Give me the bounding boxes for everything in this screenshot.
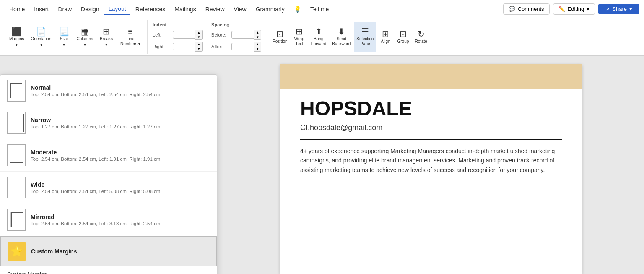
indent-right-spinners: ▲ ▼ (195, 42, 203, 52)
spacing-before-down[interactable]: ▼ (254, 35, 261, 39)
margin-item-moderate[interactable]: Moderate Top: 2.54 cm, Bottom: 2.54 cm, … (0, 139, 217, 172)
moderate-margin-text: Moderate Top: 2.54 cm, Bottom: 2.54 cm, … (31, 149, 210, 162)
menu-references[interactable]: References (131, 4, 170, 14)
indent-left-up[interactable]: ▲ (195, 30, 202, 35)
menu-mailings[interactable]: Mailings (170, 4, 200, 14)
spacing-after-up[interactable]: ▲ (254, 42, 261, 47)
menu-bar: Home Insert Draw Design Layout Reference… (0, 0, 644, 18)
normal-margin-name: Normal (31, 84, 210, 91)
indent-left-down[interactable]: ▼ (195, 35, 202, 39)
narrow-margin-desc: Top: 1.27 cm, Bottom: 1.27 cm, Left: 1.2… (31, 124, 210, 129)
custom-margins-name: Custom Margins (31, 248, 210, 255)
selection-pane-button[interactable]: ☰ Selection Pane (354, 22, 376, 52)
comments-icon: 💬 (509, 6, 515, 12)
margin-item-custom[interactable]: ⭐ Custom Margins (0, 236, 217, 266)
rotate-icon: ↻ (418, 30, 425, 38)
margin-item-normal[interactable]: Normal Top: 2.54 cm, Bottom: 2.54 cm, Le… (0, 75, 217, 107)
breaks-button[interactable]: ⊞ Breaks ▾ (97, 22, 115, 52)
page-ci-label: CI (300, 123, 308, 132)
position-button[interactable]: ⊡ Position (270, 22, 290, 52)
line-numbers-icon: ≡ (128, 27, 133, 36)
rotate-button[interactable]: ↻ Rotate (412, 22, 429, 52)
spacing-after-down[interactable]: ▼ (254, 47, 261, 51)
breaks-icon: ⊞ (103, 27, 110, 36)
spacing-before-field[interactable]: 0 pt (231, 31, 254, 39)
toolbar-arrange-group: ⊡ Position ⊞ Wrap Text ⬆ Bring Forward ⬇… (267, 20, 433, 54)
indent-right-field[interactable]: 0 cm (173, 43, 195, 50)
narrow-margin-text: Narrow Top: 1.27 cm, Bottom: 1.27 cm, Le… (31, 117, 210, 129)
orientation-button[interactable]: 📄 Orientation ▾ (29, 22, 54, 52)
menu-grammarly[interactable]: Grammarly (252, 4, 289, 14)
indent-right-row: Right: 0 cm ▲ ▼ (153, 42, 203, 52)
mirrored-margin-text: Mirrored Top: 2.54 cm, Bottom: 2.54 cm, … (31, 214, 210, 226)
indent-right-down[interactable]: ▼ (195, 47, 202, 51)
menu-home[interactable]: Home (5, 4, 29, 14)
size-button[interactable]: 📃 Size ▾ (56, 22, 73, 52)
page-email: CI.hopsdale@gmail.com (300, 123, 562, 132)
margin-item-narrow[interactable]: Narrow Top: 1.27 cm, Bottom: 1.27 cm, Le… (0, 107, 217, 139)
chevron-down-icon: ▾ (587, 6, 589, 12)
margin-item-mirrored[interactable]: Mirrored Top: 2.54 cm, Bottom: 2.54 cm, … (0, 204, 217, 236)
size-icon: 📃 (59, 27, 69, 36)
menu-tellme[interactable]: Tell me (306, 4, 333, 14)
indent-left-field[interactable]: 0 cm (173, 31, 195, 39)
send-backward-icon: ⬇ (338, 27, 345, 36)
share-icon: ↗ (605, 6, 610, 12)
toolbar-page-setup: ⬛ Margins ▾ 📄 Orientation ▾ 📃 Size ▾ ▦ C… (3, 20, 148, 54)
menu-insert[interactable]: Insert (30, 4, 53, 14)
custom-margins-text: Custom Margins (31, 248, 210, 255)
share-button[interactable]: ↗ Share ▾ (598, 4, 639, 14)
spacing-before-up[interactable]: ▲ (254, 30, 261, 35)
indent-right-up[interactable]: ▲ (195, 42, 202, 47)
comments-button[interactable]: 💬 Comments (503, 3, 550, 15)
page-email-suffix: .hopsdale@gmail.com (308, 123, 382, 132)
page-body: 4+ years of experience supporting Market… (300, 146, 562, 175)
columns-icon: ▦ (81, 27, 89, 36)
document-page[interactable]: HOPSDALE CI.hopsdale@gmail.com 4+ years … (280, 64, 582, 274)
align-icon: ⊞ (382, 30, 389, 38)
menu-draw[interactable]: Draw (54, 4, 76, 14)
size-chevron-icon: ▾ (63, 42, 65, 47)
group-button[interactable]: ⊡ Group (395, 22, 411, 52)
margins-button[interactable]: ⬛ Margins ▾ (7, 22, 27, 52)
pencil-icon: ✏️ (558, 6, 565, 12)
indent-spacing-group: Indent Left: 0 cm ▲ ▼ Right: 0 cm ▲ (149, 20, 206, 54)
spacing-before-input[interactable]: 0 pt ▲ ▼ (231, 30, 261, 40)
menu-design[interactable]: Design (77, 4, 104, 14)
margins-dropdown: Normal Top: 2.54 cm, Bottom: 2.54 cm, Le… (0, 74, 217, 274)
wrap-text-icon: ⊞ (296, 27, 303, 36)
bring-forward-button[interactable]: ⬆ Bring Forward (309, 22, 329, 52)
normal-margin-text: Normal Top: 2.54 cm, Bottom: 2.54 cm, Le… (31, 84, 210, 97)
line-numbers-button[interactable]: ≡ Line Numbers ▾ (117, 22, 144, 52)
selection-pane-icon: ☰ (361, 27, 369, 36)
moderate-margin-name: Moderate (31, 149, 210, 156)
wide-margin-desc: Top: 2.54 cm, Bottom: 2.54 cm, Left: 5.0… (31, 189, 210, 194)
indent-right-input[interactable]: 0 cm ▲ ▼ (173, 42, 203, 52)
indent-left-input[interactable]: 0 cm ▲ ▼ (173, 30, 203, 40)
mirrored-margin-icon (7, 209, 26, 231)
wide-margin-name: Wide (31, 181, 210, 188)
menu-view[interactable]: View (230, 4, 251, 14)
indent-label: Indent (153, 22, 203, 27)
columns-chevron-icon: ▾ (84, 42, 86, 47)
share-label: Share (612, 6, 627, 12)
margins-chevron-icon: ▾ (16, 42, 18, 47)
toolbar: ⬛ Margins ▾ 📄 Orientation ▾ 📃 Size ▾ ▦ C… (0, 18, 644, 55)
spacing-after-input[interactable]: 9.36 pt ▲ ▼ (231, 42, 261, 52)
custom-margins-star-icon: ⭐ (8, 242, 26, 261)
indent-left-label: Left: (153, 32, 170, 37)
send-backward-button[interactable]: ⬇ Send Backward (330, 22, 353, 52)
spacing-before-spinners: ▲ ▼ (254, 30, 261, 40)
spacing-before-label: Before: (211, 32, 229, 37)
columns-button[interactable]: ▦ Columns ▾ (74, 22, 96, 52)
spacing-after-field[interactable]: 9.36 pt (231, 43, 254, 50)
menu-review[interactable]: Review (201, 4, 229, 14)
editing-button[interactable]: ✏️ Editing ▾ (553, 3, 595, 15)
menu-layout[interactable]: Layout (104, 4, 130, 15)
wrap-text-button[interactable]: ⊞ Wrap Text (291, 22, 308, 52)
margin-item-wide[interactable]: Wide Top: 2.54 cm, Bottom: 2.54 cm, Left… (0, 172, 217, 204)
align-button[interactable]: ⊞ Align (377, 22, 394, 52)
custom-margins-link[interactable]: Custom Margins... (0, 266, 217, 274)
menu-lightbulb-icon[interactable]: 💡 (290, 4, 305, 14)
moderate-margin-desc: Top: 2.54 cm, Bottom: 2.54 cm, Left: 1.9… (31, 157, 210, 162)
